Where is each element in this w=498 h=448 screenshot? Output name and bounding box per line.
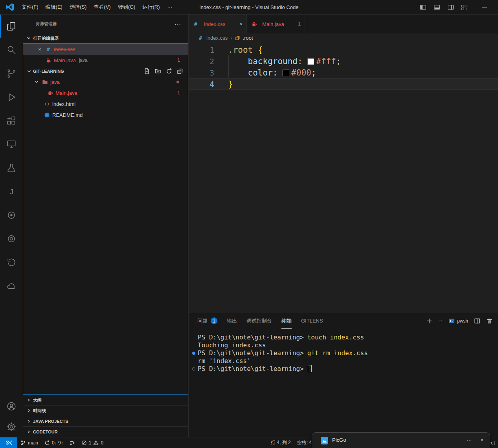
menu-edit[interactable]: 编辑(E) [42, 2, 66, 12]
tree-item-folder-java[interactable]: java [23, 76, 188, 87]
chevron-right-icon [27, 430, 31, 434]
panel-tab-gitlens[interactable]: GITLENS [301, 313, 323, 329]
new-folder-icon[interactable] [155, 68, 161, 74]
section-outline[interactable]: 大纲 [23, 395, 188, 405]
activity-search[interactable] [0, 38, 23, 62]
project-section-header[interactable]: GIT-LEARNING [23, 66, 188, 76]
java-file-icon [47, 90, 53, 96]
breadcrumb-file[interactable]: index.css [206, 35, 228, 41]
run-debug-icon [6, 92, 17, 102]
notification-more-icon[interactable]: ··· [467, 437, 472, 443]
new-terminal-icon[interactable] [426, 318, 432, 324]
code-line-2: 2 background: #fff; [189, 55, 498, 67]
activity-explorer[interactable] [0, 15, 23, 38]
terminal-view[interactable]: PS D:\git\note\git-learning>touch index.… [189, 329, 498, 437]
close-icon[interactable]: × [239, 21, 243, 27]
terminal-instance-pwsh[interactable]: pwsh [448, 318, 468, 324]
color-swatch-white[interactable] [307, 58, 314, 65]
tree-empty-space[interactable] [23, 120, 188, 394]
tree-item-mainjava[interactable]: Main.java 1 [23, 87, 188, 98]
tree-item-indexhtml[interactable]: index.html [23, 98, 188, 109]
activity-bar: J [0, 15, 23, 437]
settings-button[interactable] [0, 417, 23, 437]
chevron-right-icon [27, 398, 31, 402]
tree-item-readme[interactable]: README.md [23, 109, 188, 120]
account-icon [6, 401, 17, 411]
activity-run-debug[interactable] [0, 85, 23, 109]
chevron-down-icon [27, 36, 31, 40]
panel-tab-output[interactable]: 输出 [227, 313, 237, 329]
record-target-icon [6, 234, 17, 244]
java-file-icon [45, 57, 51, 63]
terminal-line: Touching index.css [198, 341, 498, 349]
remote-indicator[interactable] [0, 437, 17, 448]
tab-indexcss[interactable]: # index.css × [189, 15, 247, 33]
close-icon[interactable]: × [37, 46, 43, 52]
notification-close-icon[interactable]: × [480, 437, 483, 443]
color-swatch-black[interactable] [283, 70, 289, 76]
activity-record[interactable] [0, 227, 23, 251]
editor-area: # index.css × Main.java 1 # index.css › … [189, 15, 498, 437]
menubar: 文件(F) 编辑(E) 选择(S) 查看(V) 转到(G) 运行(R) ··· [18, 2, 176, 12]
breadcrumb-symbol[interactable]: .root [243, 35, 253, 41]
menu-goto[interactable]: 转到(G) [114, 2, 139, 12]
code-editor[interactable]: 1 .root { 2 background: #fff; 3 color: #… [189, 42, 498, 313]
toggle-panel-icon[interactable] [434, 4, 440, 11]
toggle-secondary-sidebar-icon[interactable] [447, 4, 454, 11]
open-editor-label: Main.java [54, 57, 76, 63]
sync-icon [44, 440, 50, 446]
split-terminal-icon[interactable] [474, 318, 480, 324]
tab-mainjava[interactable]: Main.java 1 [247, 15, 305, 33]
activity-remote-explorer[interactable] [0, 133, 23, 156]
open-editors-header[interactable]: 打开的编辑器 [23, 33, 188, 43]
git-sync-item[interactable]: 0↓ 9↑ [41, 437, 66, 448]
minimize-button[interactable] [481, 4, 488, 11]
panel-tab-debug-console[interactable]: 调试控制台 [246, 313, 272, 329]
activity-source-control[interactable] [0, 62, 23, 85]
section-timeline[interactable]: 时间线 [23, 405, 188, 416]
section-label: CODETOUR [33, 430, 58, 434]
activity-java[interactable]: J [0, 180, 23, 203]
cursor-position-item[interactable]: 行 4, 列 2 [268, 437, 294, 448]
menu-run[interactable]: 运行(R) [139, 2, 163, 12]
panel-tab-problems[interactable]: 问题 1 [197, 313, 217, 329]
picgo-notification-toast[interactable]: PicGo ··· × [312, 432, 490, 448]
section-codetour[interactable]: CODETOUR [23, 426, 188, 437]
open-editor-label: index.css [54, 46, 75, 52]
section-java-projects[interactable]: JAVA PROJECTS [23, 416, 188, 426]
line-number: 2 [189, 57, 214, 66]
accounts-button[interactable] [0, 396, 23, 417]
activity-extensions[interactable] [0, 109, 23, 133]
menu-view[interactable]: 查看(V) [90, 2, 114, 12]
command-success-decoration[interactable] [192, 352, 195, 355]
terminal-dropdown-chevron-icon[interactable] [438, 319, 443, 323]
html-file-icon [44, 101, 50, 107]
problems-item[interactable]: 1 0 [78, 437, 107, 448]
remote-icon [6, 440, 12, 446]
toggle-sidebar-icon[interactable] [420, 4, 426, 11]
activity-testing[interactable] [0, 156, 23, 180]
customize-layout-icon[interactable] [461, 4, 468, 11]
activity-cloud[interactable] [0, 274, 23, 298]
open-editor-item-mainjava[interactable]: Main.java java 1 [23, 55, 188, 66]
refresh-icon[interactable] [166, 68, 172, 74]
panel-actions: pwsh [426, 318, 498, 324]
section-label: JAVA PROJECTS [33, 419, 68, 424]
kill-terminal-trash-icon[interactable] [486, 318, 492, 324]
open-editor-item-indexcss[interactable]: × # index.css [23, 44, 188, 55]
commit-graph-item[interactable] [66, 437, 78, 448]
collapse-all-icon[interactable] [177, 68, 183, 74]
activity-gradle[interactable] [0, 203, 23, 227]
panel-tab-terminal[interactable]: 终端 [281, 313, 292, 329]
menu-file[interactable]: 文件(F) [18, 2, 42, 12]
graph-icon [70, 440, 75, 446]
section-label: 大纲 [33, 397, 42, 403]
views-more-icon[interactable]: ··· [175, 21, 181, 27]
command-pending-decoration[interactable] [192, 367, 195, 371]
svg-text:J: J [9, 188, 13, 196]
new-file-icon[interactable] [144, 68, 150, 74]
menu-more-icon[interactable]: ··· [163, 3, 176, 12]
menu-selection[interactable]: 选择(S) [66, 2, 90, 12]
activity-history[interactable] [0, 251, 23, 274]
git-branch-item[interactable]: main [17, 437, 41, 448]
